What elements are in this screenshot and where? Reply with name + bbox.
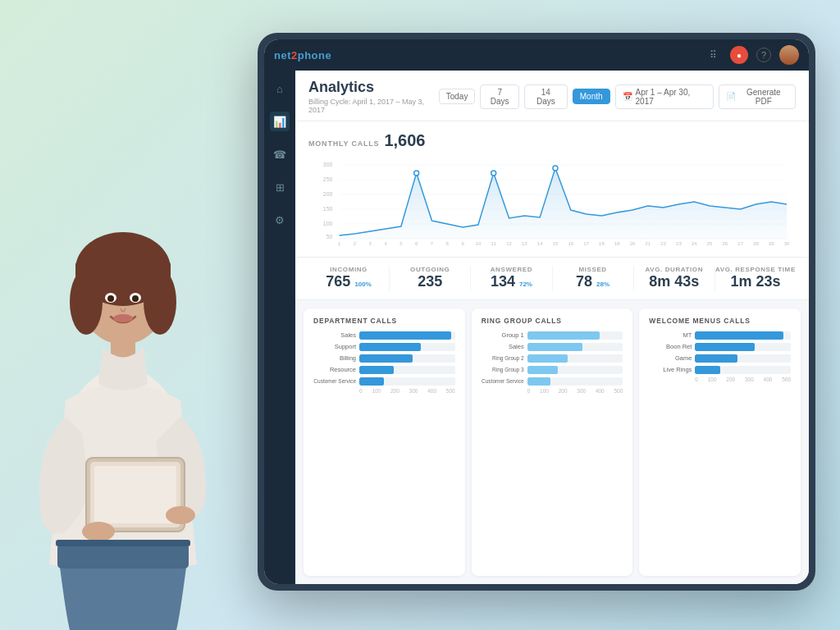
page-header: Analytics Billing Cycle: April 1, 2017 –…: [295, 71, 809, 121]
bar-row: Boon Ret: [649, 343, 791, 351]
bar-label: Game: [649, 354, 692, 362]
bar-fill: [359, 354, 413, 363]
sidebar-item-phone[interactable]: ☎: [270, 144, 290, 164]
bar-track: [359, 366, 455, 374]
axis-labels: 0 100 200 300 400 500: [313, 388, 455, 394]
date-range[interactable]: 📅 Apr 1 – Apr 30, 2017: [615, 84, 714, 109]
bar-fill: [359, 343, 421, 351]
billing-cycle: Billing Cycle: April 1, 2017 – May 3, 20…: [308, 98, 439, 114]
bar-label: Live Rings: [649, 366, 692, 373]
stat-incoming-value: 765 100%: [308, 273, 389, 291]
date-range-value: Apr 1 – Apr 30, 2017: [636, 88, 706, 106]
svg-text:3: 3: [369, 241, 372, 246]
svg-text:12: 12: [506, 241, 512, 246]
svg-rect-62: [57, 544, 189, 568]
svg-text:22: 22: [660, 241, 666, 246]
svg-text:250: 250: [323, 176, 333, 182]
bar-fill: [527, 331, 600, 340]
bar-fill: [695, 354, 737, 363]
bar-label: Ring Group 3: [482, 367, 524, 372]
svg-text:10: 10: [476, 241, 482, 246]
stat-missed: MISSED 78 28%: [553, 266, 634, 291]
bottom-charts: DEPARTMENT CALLS Sales Support: [295, 300, 809, 584]
svg-point-12: [414, 171, 419, 176]
bar-row: Ring Group 2: [482, 354, 623, 363]
svg-text:27: 27: [737, 241, 743, 246]
stat-outgoing: OUTGOING 235: [390, 266, 471, 291]
grid-icon[interactable]: ⠿: [704, 46, 722, 64]
line-chart-svg: 300 250 200 150 100 50: [308, 157, 796, 247]
top-navigation: net2phone ⠿ ● ?: [264, 39, 809, 71]
ring-group-calls-card: RING GROUP CALLS Group 1 Sales: [472, 308, 633, 576]
sidebar-item-analytics[interactable]: 📊: [270, 112, 290, 131]
svg-text:9: 9: [461, 241, 464, 246]
bar-track: [359, 343, 455, 351]
bar-track: [695, 343, 791, 351]
bar-label: Customer Service: [313, 378, 356, 384]
stat-missed-label: MISSED: [553, 266, 633, 273]
stat-incoming: INCOMING 765 100%: [308, 266, 390, 291]
svg-text:20: 20: [630, 241, 636, 246]
bar-track: [527, 343, 623, 351]
svg-point-61: [166, 506, 195, 524]
header-top: Analytics Billing Cycle: April 1, 2017 –…: [308, 79, 796, 114]
7days-btn[interactable]: 7 Days: [480, 84, 519, 109]
notification-icon[interactable]: ●: [730, 46, 748, 64]
bar-fill: [695, 331, 783, 340]
tablet-screen: net2phone ⠿ ● ? ⌂ 📊 ☎ ⊞ ⚙: [264, 39, 809, 584]
svg-text:2: 2: [354, 241, 357, 246]
bar-label: Customer Service: [482, 378, 524, 384]
sidebar-item-settings[interactable]: ⚙: [270, 210, 290, 230]
svg-text:50: 50: [326, 234, 333, 240]
bar-fill: [527, 366, 558, 374]
bar-row: Ring Group 3: [482, 366, 623, 374]
sidebar: ⌂ 📊 ☎ ⊞ ⚙: [264, 71, 295, 584]
bar-row: Customer Service: [313, 377, 455, 386]
bar-fill: [359, 331, 451, 340]
bar-label: Support: [313, 343, 356, 350]
bar-track: [527, 331, 623, 340]
svg-text:29: 29: [769, 241, 774, 246]
stat-outgoing-label: OUTGOING: [390, 266, 470, 273]
svg-text:150: 150: [323, 206, 333, 212]
svg-text:17: 17: [583, 241, 589, 246]
page-title: Analytics: [308, 79, 439, 96]
bar-track: [695, 354, 791, 363]
help-icon[interactable]: ?: [756, 48, 771, 62]
svg-text:11: 11: [491, 241, 496, 246]
svg-text:200: 200: [323, 191, 333, 197]
svg-rect-59: [94, 466, 176, 523]
sidebar-item-grid[interactable]: ⊞: [270, 177, 290, 197]
month-btn[interactable]: Month: [573, 89, 610, 104]
svg-text:5: 5: [399, 241, 403, 246]
bar-fill: [527, 343, 583, 351]
bar-row: Resource: [313, 366, 455, 374]
bar-track: [527, 366, 623, 374]
sidebar-item-home[interactable]: ⌂: [270, 79, 290, 98]
svg-point-14: [553, 166, 558, 171]
svg-text:23: 23: [676, 241, 682, 246]
chart-section: MONTHLY CALLS 1,606 300 250 200 150 100 …: [295, 121, 809, 258]
svg-text:100: 100: [323, 221, 333, 226]
svg-text:18: 18: [599, 241, 605, 246]
bar-row: Live Rings: [649, 366, 791, 374]
svg-text:28: 28: [753, 241, 759, 246]
14days-btn[interactable]: 14 Days: [524, 84, 568, 109]
svg-text:300: 300: [323, 162, 333, 167]
bar-row: Billing: [313, 354, 455, 363]
monthly-count: 1,606: [384, 131, 425, 150]
bar-row: Game: [649, 354, 791, 363]
bar-track: [695, 366, 791, 374]
bar-label: Billing: [313, 354, 356, 362]
department-calls-title: DEPARTMENT CALLS: [313, 317, 455, 325]
bar-label: Group 1: [482, 331, 524, 339]
today-btn[interactable]: Today: [439, 89, 476, 104]
app-logo: net2phone: [274, 49, 331, 62]
avatar-icon[interactable]: [779, 45, 799, 65]
bar-track: [359, 377, 455, 386]
generate-pdf-btn[interactable]: 📄 Generate PDF: [719, 84, 796, 109]
person-svg: [0, 56, 246, 630]
svg-text:25: 25: [707, 241, 713, 246]
bar-track: [359, 354, 455, 363]
svg-text:14: 14: [537, 241, 543, 246]
